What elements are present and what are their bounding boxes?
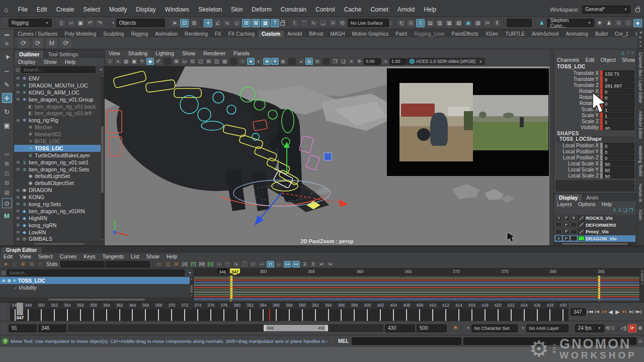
- exposure-icon[interactable]: ✛: [356, 58, 363, 65]
- graph-editor-menu-item[interactable]: Select: [35, 253, 56, 259]
- move-nearest-key-icon[interactable]: ➤: [2, 261, 10, 267]
- graph-editor-tab[interactable]: Graph Editor: [1, 247, 42, 253]
- manipulator-icon[interactable]: △: [621, 50, 624, 55]
- channel-attribute-row[interactable]: Local Position X 0: [554, 142, 636, 148]
- viewport-scene[interactable]: 2D Pan/Zoom : persp: [105, 66, 549, 245]
- stats-field-1[interactable]: [60, 261, 105, 267]
- viewport-menu-item[interactable]: Panels: [229, 50, 254, 56]
- smooth-shade-icon[interactable]: ●: [247, 58, 255, 65]
- select-tool[interactable]: ➤: [0, 50, 14, 64]
- auto-keyframe-toggle[interactable]: ⟳: [628, 324, 636, 332]
- channel-attribute-row[interactable]: Rotate X 0: [554, 88, 636, 94]
- menubar-item[interactable]: File: [13, 6, 32, 13]
- toolbar-grip[interactable]: [3, 17, 7, 29]
- undo-icon[interactable]: ↶: [86, 19, 95, 27]
- new-scene-icon[interactable]: ▯: [57, 19, 66, 27]
- attribute-value-field[interactable]: 0: [603, 76, 634, 82]
- outliner-item[interactable]: ⊞ ◆ kong_rigRN: [14, 222, 104, 229]
- channel-attribute-row[interactable]: Local Scale Y 50: [554, 166, 636, 172]
- grease-pencil-icon[interactable]: ◉: [146, 58, 154, 65]
- attribute-value-field[interactable]: 1: [603, 107, 634, 112]
- flat-tangent-icon[interactable]: ―: [258, 261, 266, 267]
- channel-attribute-row[interactable]: Local Position Z 0: [554, 154, 636, 160]
- outliner-item[interactable]: ❋ Mesher002: [14, 131, 104, 138]
- layer-reference-toggle[interactable]: [571, 236, 577, 241]
- shelf-tab[interactable]: MASH: [327, 31, 349, 37]
- play-forwards-button[interactable]: ▶: [614, 308, 621, 316]
- graph-curve-view[interactable]: 346 347 350355360365370375380385 ◆ ◆ ◆ ◆…: [194, 268, 639, 302]
- timeline-ticks[interactable]: [10, 309, 569, 321]
- shelf-tab[interactable]: Custom: [258, 31, 284, 37]
- menu-set-dropdown[interactable]: Rigging▼: [9, 19, 52, 27]
- outliner-item[interactable]: ⊞ ➲ ben_dragon_rig_v01:Sets: [14, 166, 104, 173]
- expand-toggle-icon[interactable]: ⊞: [16, 209, 20, 213]
- playback-loop-icon[interactable]: ⟲: [606, 325, 610, 331]
- range-grip[interactable]: [3, 321, 6, 335]
- shelf-tab[interactable]: FX Caching: [225, 31, 258, 37]
- graph-attribute-row[interactable]: ▪ Visibility: [0, 284, 193, 291]
- render-view-icon[interactable]: ▤: [426, 19, 434, 27]
- outliner-item[interactable]: ⊞ ◎ GIMBALS: [14, 235, 104, 241]
- channel-attribute-row[interactable]: Translate X 132.71: [554, 70, 636, 76]
- channel-attribute-row[interactable]: Local Position Y 0: [554, 148, 636, 154]
- outliner-item[interactable]: ◉ defaultLightSet: [14, 172, 104, 179]
- side-panel-tab[interactable]: Channel Box / Layer Editor: [638, 52, 643, 104]
- gate-mask-icon[interactable]: ▢: [197, 58, 204, 65]
- spline-tangent-icon[interactable]: [T]: [190, 261, 197, 267]
- outliner-item[interactable]: ◉ defaultObjectSet: [14, 179, 104, 187]
- render-settings-icon[interactable]: ▧: [454, 19, 463, 27]
- attribute-value-field[interactable]: 132.71: [603, 70, 634, 76]
- render-frame-icon[interactable]: ⎘: [407, 19, 415, 27]
- chevron-down-icon[interactable]: ▼: [97, 68, 103, 71]
- lock-selection-icon[interactable]: [280, 22, 285, 26]
- center-of-interest-icon[interactable]: ⌖: [348, 58, 355, 65]
- shelf-tab[interactable]: Paint: [392, 31, 411, 37]
- attribute-value-field[interactable]: 0: [603, 95, 634, 100]
- current-frame-marker[interactable]: [17, 303, 23, 315]
- motion-blur-icon[interactable]: ◍: [279, 58, 287, 65]
- colorspace-dropdown[interactable]: ACES 1.0 SDR-video (sRGB) ▼: [407, 58, 485, 65]
- outliner-search-input[interactable]: [21, 66, 96, 73]
- layer-visibility-toggle[interactable]: [555, 229, 562, 234]
- buffer-curve-snapshot-icon[interactable]: ⊶: [284, 261, 291, 267]
- post-infinity-cycle-icon[interactable]: ↥: [309, 261, 317, 267]
- expand-toggle-icon[interactable]: ⊞: [16, 216, 20, 220]
- audio-mute-icon[interactable]: ◁): [621, 325, 626, 331]
- sequence-icon[interactable]: ❐: [332, 58, 339, 65]
- channel-box-menu-item[interactable]: Channels: [554, 57, 582, 63]
- channel-attribute-row[interactable]: Scale Z 1: [554, 118, 636, 124]
- paint-selection-tool[interactable]: ✎: [2, 79, 12, 89]
- step-forward-frame-button[interactable]: ▶❙: [628, 308, 635, 316]
- 2d-pan-zoom-icon[interactable]: ✎: [138, 58, 146, 65]
- playblast-icon[interactable]: ⌻: [611, 325, 614, 331]
- shelf-tab[interactable]: Poly Modeling: [61, 31, 100, 37]
- layer-editor-tab[interactable]: Display: [555, 194, 582, 201]
- shelf-tab[interactable]: Motion Graphics: [348, 31, 392, 37]
- display-layer-row[interactable]: V P DRAGON_Vis: [554, 235, 635, 242]
- snap-help-icon[interactable]: ?: [271, 19, 279, 27]
- expand-toggle-icon[interactable]: ⊞: [16, 202, 20, 206]
- frame-all-icon[interactable]: ▭: [155, 261, 163, 267]
- graph-editor-menu-item[interactable]: Tangents: [99, 253, 127, 259]
- outliner-item[interactable]: ⊞ ❖ ben_dragon_rig_v01:Group: [14, 96, 104, 103]
- shelf-scroll-left[interactable]: ◀: [639, 30, 642, 34]
- shelf-tab[interactable]: Rigging_User: [411, 31, 448, 37]
- divider[interactable]: |: [164, 58, 171, 65]
- auto-tangent-icon[interactable]: [A]: [181, 261, 189, 267]
- expand-toggle-icon[interactable]: ⊞: [16, 167, 20, 171]
- expand-toggle-icon[interactable]: ⊞: [16, 90, 20, 95]
- redo-icon[interactable]: ↷: [96, 19, 104, 27]
- go-to-start-button[interactable]: ❙◀◀: [586, 308, 593, 316]
- attribute-value-field[interactable]: 50: [603, 161, 634, 166]
- animation-curve[interactable]: [194, 285, 639, 286]
- graph-editor-menu-item[interactable]: View: [16, 253, 35, 259]
- shelf-tab[interactable]: TURTLE: [502, 31, 528, 37]
- playback-start-field[interactable]: 346: [38, 324, 66, 332]
- selected-object-name[interactable]: TOSS_LOC: [554, 63, 636, 70]
- outliner-persp-layout[interactable]: ▤: [2, 189, 12, 196]
- current-time-field[interactable]: 347: [571, 308, 586, 316]
- layer-reference-toggle[interactable]: R: [571, 216, 577, 221]
- maya-home-icon[interactable]: ⌂: [4, 6, 8, 14]
- layer-reference-toggle[interactable]: [571, 229, 577, 234]
- channel-box-menu-item[interactable]: Edit: [582, 57, 597, 63]
